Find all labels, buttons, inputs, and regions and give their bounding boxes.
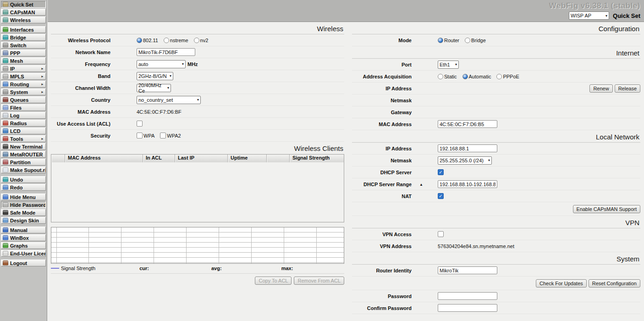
dhcp-range-input[interactable] — [438, 180, 497, 188]
sidebar-item-tools[interactable]: Tools► — [1, 135, 46, 142]
password-input[interactable] — [438, 292, 497, 300]
dhcp-server-checkbox[interactable] — [438, 169, 444, 175]
remove-from-acl-button[interactable]: Remove From ACL — [294, 277, 344, 285]
clients-column-in-acl[interactable]: In ACL — [143, 155, 175, 162]
radio-pppoe[interactable] — [496, 74, 502, 79]
channel-width-select[interactable]: 20/40MHz Ce▾ — [137, 84, 171, 92]
sidebar-item-label: Radius — [10, 121, 27, 126]
row-use-acl: Use Access List (ACL) — [51, 118, 344, 130]
sidebar-item-metarouter[interactable]: MetaROUTER — [1, 151, 46, 158]
row-port: Port Eth1▾ — [352, 59, 640, 71]
row-nat: NAT — [352, 190, 640, 202]
sidebar-item-label: Mesh — [10, 58, 23, 64]
sidebar-item-capsman[interactable]: CAPsMAN — [1, 9, 46, 16]
clients-column-blank-5[interactable] — [267, 155, 290, 162]
vpn-access-checkbox[interactable] — [438, 231, 444, 237]
clients-column-last-ip[interactable]: Last IP — [175, 155, 228, 162]
webfig-app: Quick SetCAPsMANWirelessInterfacesBridge… — [0, 0, 644, 321]
check-for-updates-button[interactable]: Check For Updates — [536, 279, 587, 288]
sidebar-item-label: WinBox — [10, 235, 29, 241]
frequency-select[interactable]: auto▾ — [137, 60, 186, 68]
sidebar-item-hide-passwords[interactable]: Hide Passwords — [1, 201, 46, 208]
country-select[interactable]: no_country_set▾ — [137, 96, 201, 104]
sidebar-item-radius[interactable]: Radius — [1, 120, 46, 127]
row-wireless-protocol: Wireless Protocol 802.11 nstreme nv2 — [51, 34, 344, 46]
sidebar-item-graphs[interactable]: Graphs — [1, 242, 46, 249]
sidebar-item-label: Redo — [10, 185, 23, 190]
sidebar-item-redo[interactable]: Redo — [1, 184, 46, 191]
release-button[interactable]: Release — [615, 84, 640, 93]
sidebar-item-ip[interactable]: IP► — [1, 65, 46, 72]
sidebar-item-routing[interactable]: Routing► — [1, 81, 46, 88]
sidebar-item-safe-mode[interactable]: Safe Mode — [1, 209, 46, 216]
radio-automatic[interactable] — [462, 74, 468, 79]
sidebar-item-log[interactable]: Log — [1, 112, 46, 119]
sidebar-item-queues[interactable]: Queues — [1, 96, 46, 103]
sidebar-item-files[interactable]: Files — [1, 104, 46, 111]
sidebar-item-design-skin[interactable]: Design Skin — [1, 217, 46, 224]
capsman-icon — [3, 10, 8, 15]
sidebar-item-interfaces[interactable]: Interfaces — [1, 26, 46, 33]
radio-802-11[interactable] — [137, 38, 142, 43]
sidebar-item-mesh[interactable]: Mesh — [1, 57, 46, 64]
sidebar-item-partition[interactable]: Partition — [1, 159, 46, 166]
clients-column-signal-strength[interactable]: Signal Strength — [290, 155, 344, 162]
sidebar-item-new-terminal[interactable]: New Terminal — [1, 143, 46, 150]
nat-checkbox[interactable] — [438, 193, 444, 199]
sidebar-group: ManualWinBoxGraphsEnd-User License — [0, 227, 47, 257]
radio-static[interactable] — [438, 74, 443, 79]
confirm-password-input[interactable] — [438, 304, 497, 312]
collapse-up-icon[interactable]: ▲ — [419, 183, 423, 187]
sidebar-item-manual[interactable]: Manual — [1, 227, 46, 233]
enable-capsman-button[interactable]: Enable CAPsMAN Support — [573, 205, 640, 213]
profile-select[interactable]: WISP AP ▾ — [569, 11, 609, 20]
sidebar-item-ppp[interactable]: PPP — [1, 50, 46, 56]
sidebar-item-switch[interactable]: Switch — [1, 42, 46, 49]
radio-nv2[interactable] — [194, 38, 199, 43]
row-frequency: Frequency auto▾ MHz — [51, 58, 344, 70]
ip-icon — [3, 66, 8, 71]
network-name-input[interactable] — [137, 48, 195, 56]
band-select[interactable]: 2GHz-B/G/N▾ — [137, 72, 173, 80]
sidebar-item-winbox[interactable]: WinBox — [1, 234, 46, 241]
sidebar-item-bridge[interactable]: Bridge — [1, 34, 46, 41]
sidebar-item-lcd[interactable]: LCD — [1, 127, 46, 134]
row-internet-netmask: Netmask — [352, 94, 640, 106]
sidebar-item-make-supout-rif[interactable]: Make Supout.rif — [1, 166, 46, 173]
sidebar-item-quick-set[interactable]: Quick Set — [1, 1, 46, 8]
sidebar-item-end-user-license[interactable]: End-User License — [1, 250, 46, 257]
sidebar-item-system[interactable]: System► — [1, 89, 46, 95]
reset-configuration-button[interactable]: Reset Configuration — [589, 279, 640, 288]
lan-netmask-select[interactable]: 255.255.255.0 (/24)▾ — [438, 156, 492, 165]
use-acl-checkbox[interactable] — [137, 121, 143, 127]
sidebar-item-mpls[interactable]: MPLS► — [1, 73, 46, 80]
chart-legend: Signal Strength cur: avg: max: — [51, 265, 344, 271]
sidebar-item-logout[interactable]: Logout — [1, 260, 46, 266]
row-channel-width: Channel Width 20/40MHz Ce▾ — [51, 82, 344, 94]
renew-button[interactable]: Renew — [589, 84, 612, 93]
radio-router[interactable] — [438, 38, 443, 43]
license-icon — [3, 251, 8, 256]
sidebar-item-label: Quick Set — [10, 2, 33, 7]
router-identity-input[interactable] — [438, 266, 497, 274]
radio-bridge[interactable] — [465, 38, 470, 43]
wpa2-checkbox[interactable] — [160, 133, 166, 138]
clients-column-mac-address[interactable]: MAC Address — [65, 155, 143, 162]
radio-nstreme[interactable] — [164, 38, 169, 43]
clients-column-blank-0[interactable] — [51, 155, 65, 162]
sidebar-item-hide-menu[interactable]: Hide Menu — [1, 194, 46, 200]
quick-set-icon — [3, 2, 8, 7]
sidebar-item-label: New Terminal — [10, 144, 43, 149]
metarouter-icon — [3, 152, 8, 157]
sidebar-item-wireless[interactable]: Wireless — [1, 17, 46, 23]
sidebar-item-undo[interactable]: Undo — [1, 176, 46, 183]
lan-ip-input[interactable] — [438, 144, 497, 152]
internet-mac-input[interactable] — [438, 120, 497, 128]
clients-column-uptime[interactable]: Uptime — [228, 155, 267, 162]
copy-to-acl-button[interactable]: Copy To ACL — [255, 277, 292, 285]
sidebar-item-label: Hide Menu — [10, 194, 36, 200]
sidebar-item-label: MPLS — [10, 74, 24, 79]
row-network-name: Network Name — [51, 46, 344, 58]
port-select[interactable]: Eth1▾ — [438, 61, 459, 69]
wpa-checkbox[interactable] — [137, 133, 143, 138]
